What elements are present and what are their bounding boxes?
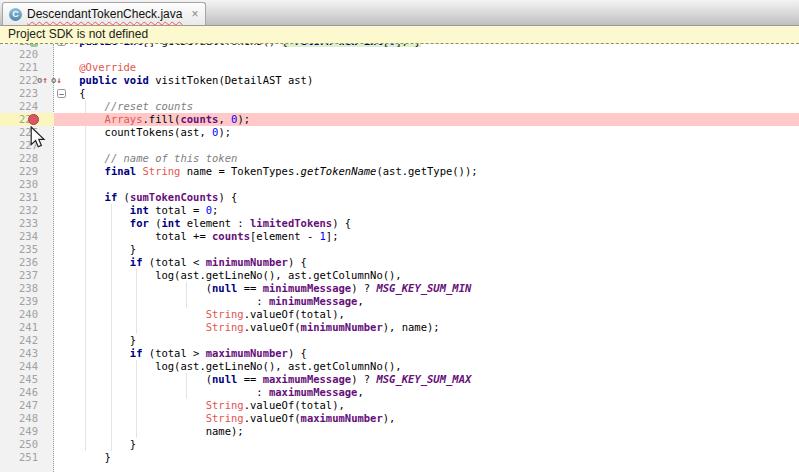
override-down-icon[interactable]: o↓ [51, 75, 62, 86]
code-text[interactable]: int total = 0; [54, 204, 799, 217]
code-text[interactable]: final String name = TokenTypes.getTokenN… [54, 165, 799, 178]
code-text[interactable]: total += counts[element - 1]; [54, 230, 799, 243]
code-text[interactable]: name); [54, 425, 799, 438]
code-line[interactable]: 235 } [0, 243, 799, 256]
gutter-cell[interactable]: 230 [0, 178, 54, 191]
fold-plus-icon[interactable]: + [57, 44, 66, 46]
fold-minus-icon[interactable]: − [57, 89, 66, 98]
code-text[interactable]: String.valueOf(total), [54, 399, 799, 412]
code-text[interactable]: : minimumMessage, [54, 295, 799, 308]
code-line[interactable]: 222o↑o↓ public void visitToken(DetailAST… [0, 74, 799, 87]
code-text[interactable]: //reset counts [54, 100, 799, 113]
code-line[interactable]: 246 : maximumMessage, [0, 386, 799, 399]
override-up-icon[interactable]: o↑ [37, 75, 48, 86]
gutter-cell[interactable]: 223− [0, 87, 54, 100]
code-line[interactable]: 234 total += counts[element - 1]; [0, 230, 799, 243]
code-line[interactable]: 228 // name of this token [0, 152, 799, 165]
override-dot-icon[interactable] [30, 44, 38, 47]
code-line[interactable]: 247 String.valueOf(total), [0, 399, 799, 412]
code-line[interactable]: 227 [0, 139, 799, 152]
code-text[interactable]: @Override [54, 61, 799, 74]
code-text[interactable]: } [54, 438, 799, 451]
code-text[interactable]: if (total > maximumNumber) { [54, 347, 799, 360]
code-line[interactable]: 237 log(ast.getLineNo(), ast.getColumnNo… [0, 269, 799, 282]
close-tab-icon[interactable]: × [191, 8, 198, 21]
code-line[interactable]: 248 String.valueOf(maximumNumber), [0, 412, 799, 425]
code-text[interactable]: if (total < minimumNumber) { [54, 256, 799, 269]
gutter-cell[interactable]: 232 [0, 204, 54, 217]
code-text[interactable]: public void visitToken(DetailAST ast) [54, 74, 799, 87]
code-text[interactable]: String.valueOf(maximumNumber), [54, 412, 799, 425]
code-line[interactable]: 225 Arrays.fill(counts, 0); [0, 113, 799, 126]
gutter-cell[interactable]: 242 [0, 334, 54, 347]
code-line[interactable]: 250 } [0, 438, 799, 451]
gutter-cell[interactable]: 231 [0, 191, 54, 204]
gutter-cell[interactable]: 244 [0, 360, 54, 373]
gutter-cell[interactable]: 225 [0, 113, 54, 126]
code-editor[interactable]: 219+ public int[] getDefaultTokens() { r… [0, 44, 799, 472]
code-text[interactable]: { [54, 87, 799, 100]
code-text[interactable]: (null == maximumMessage) ? MSG_KEY_SUM_M… [54, 373, 799, 386]
gutter-cell[interactable]: 220 [0, 48, 54, 61]
gutter-cell[interactable]: 229 [0, 165, 54, 178]
code-text[interactable]: : maximumMessage, [54, 386, 799, 399]
code-line[interactable]: 232 int total = 0; [0, 204, 799, 217]
code-line[interactable]: 251 } [0, 451, 799, 464]
gutter-cell[interactable]: 251 [0, 451, 54, 464]
code-text[interactable]: log(ast.getLineNo(), ast.getColumnNo(), [54, 269, 799, 282]
gutter-cell[interactable]: 221 [0, 61, 54, 74]
code-line[interactable]: 220 [0, 48, 799, 61]
code-line[interactable]: 231 if (sumTokenCounts) { [0, 191, 799, 204]
gutter-cell[interactable]: 228 [0, 152, 54, 165]
code-line[interactable]: 244 log(ast.getLineNo(), ast.getColumnNo… [0, 360, 799, 373]
code-line[interactable]: 224 //reset counts [0, 100, 799, 113]
gutter-cell[interactable]: 235 [0, 243, 54, 256]
gutter-cell[interactable]: 236 [0, 256, 54, 269]
editor-tab[interactable]: C DescendantTokenCheck.java × [2, 2, 206, 25]
code-text[interactable]: // name of this token [54, 152, 799, 165]
gutter-cell[interactable]: 238 [0, 282, 54, 295]
gutter-cell[interactable]: 241 [0, 321, 54, 334]
code-line[interactable]: 229 final String name = TokenTypes.getTo… [0, 165, 799, 178]
code-line[interactable]: 238 (null == minimumMessage) ? MSG_KEY_S… [0, 282, 799, 295]
gutter-cell[interactable]: 240 [0, 308, 54, 321]
gutter-cell[interactable]: 222o↑o↓ [0, 74, 54, 87]
code-line[interactable]: 233 for (int element : limitedTokens) { [0, 217, 799, 230]
code-text[interactable]: log(ast.getLineNo(), ast.getColumnNo(), [54, 360, 799, 373]
code-text[interactable] [54, 139, 799, 152]
code-line[interactable]: 245 (null == maximumMessage) ? MSG_KEY_S… [0, 373, 799, 386]
gutter-cell[interactable]: 233 [0, 217, 54, 230]
code-line[interactable]: 241 String.valueOf(minimumNumber), name)… [0, 321, 799, 334]
code-text[interactable]: if (sumTokenCounts) { [54, 191, 799, 204]
code-text[interactable] [54, 178, 799, 191]
code-line[interactable]: 223− { [0, 87, 799, 100]
code-text[interactable]: } [54, 334, 799, 347]
code-text[interactable]: (null == minimumMessage) ? MSG_KEY_SUM_M… [54, 282, 799, 295]
gutter-cell[interactable]: 250 [0, 438, 54, 451]
gutter-cell[interactable]: 246 [0, 386, 54, 399]
code-text[interactable]: } [54, 243, 799, 256]
gutter-cell[interactable]: 239 [0, 295, 54, 308]
code-line[interactable]: 226 countTokens(ast, 0); [0, 126, 799, 139]
code-text[interactable]: for (int element : limitedTokens) { [54, 217, 799, 230]
code-line[interactable]: 242 } [0, 334, 799, 347]
code-line[interactable]: 240 String.valueOf(total), [0, 308, 799, 321]
code-text[interactable]: String.valueOf(total), [54, 308, 799, 321]
gutter-cell[interactable]: 237 [0, 269, 54, 282]
code-text[interactable] [54, 48, 799, 61]
code-line[interactable]: 239 : minimumMessage, [0, 295, 799, 308]
breakpoint-icon[interactable] [28, 114, 39, 125]
gutter-cell[interactable]: 245 [0, 373, 54, 386]
gutter-cell[interactable]: 248 [0, 412, 54, 425]
gutter-cell[interactable]: 249 [0, 425, 54, 438]
gutter-cell[interactable]: 234 [0, 230, 54, 243]
code-text[interactable]: String.valueOf(minimumNumber), name); [54, 321, 799, 334]
code-text[interactable]: } [54, 451, 799, 464]
code-text[interactable]: Arrays.fill(counts, 0); [54, 113, 799, 126]
gutter-cell[interactable]: 224 [0, 100, 54, 113]
gutter-cell[interactable]: 243 [0, 347, 54, 360]
code-line[interactable]: 236 if (total < minimumNumber) { [0, 256, 799, 269]
code-line[interactable]: 221 @Override [0, 61, 799, 74]
code-line[interactable]: 249 name); [0, 425, 799, 438]
gutter-cell[interactable]: 247 [0, 399, 54, 412]
